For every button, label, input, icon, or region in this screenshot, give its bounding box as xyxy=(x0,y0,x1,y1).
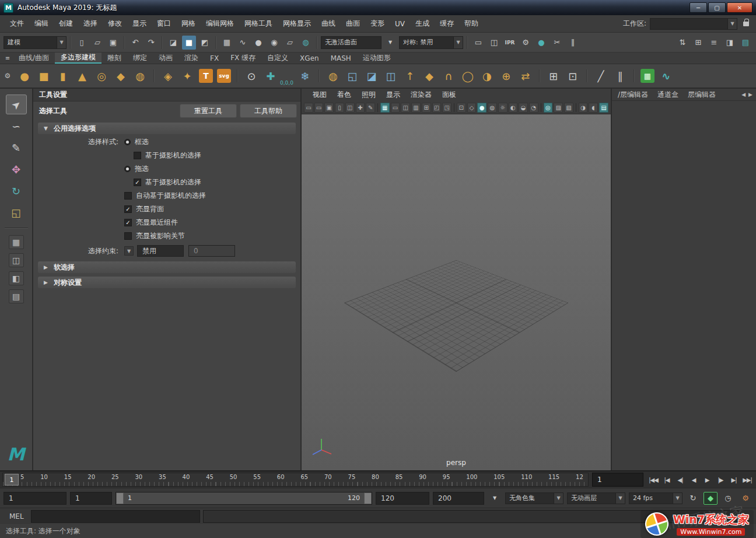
gate-mask-icon[interactable]: ▥ xyxy=(411,103,421,113)
menu-set-combo[interactable]: 建模▼ xyxy=(4,36,66,49)
maximize-button[interactable]: ▢ xyxy=(708,2,726,13)
motion-blur-icon[interactable]: ◔ xyxy=(529,103,538,113)
vp-menu-lighting[interactable]: 照明 xyxy=(356,90,381,100)
tab-scroll-right-icon[interactable]: ▶ xyxy=(748,92,752,97)
hypershade-icon[interactable]: ● xyxy=(534,36,548,50)
common-selection-section-header[interactable]: ▼ 公用选择选项 xyxy=(38,123,296,134)
select-hierarchy-icon[interactable]: ◪ xyxy=(166,36,180,50)
command-language-toggle[interactable]: MEL xyxy=(2,512,31,520)
bookmark-icon[interactable]: ▯ xyxy=(335,103,344,113)
wireframe-icon[interactable]: ◇ xyxy=(467,103,477,113)
boolean-intersect-icon[interactable]: ◫ xyxy=(383,68,398,84)
select-object-icon[interactable]: ■ xyxy=(182,36,196,50)
command-input[interactable] xyxy=(31,510,200,523)
gamma-icon[interactable]: ◖ xyxy=(589,103,598,113)
vp-menu-renderer[interactable]: 渲染器 xyxy=(405,90,437,100)
select-camera-icon[interactable]: ▭ xyxy=(304,103,313,113)
safe-action-icon[interactable]: ◰ xyxy=(432,103,442,113)
image-plane-icon[interactable]: ◫ xyxy=(345,103,355,113)
measure-tool-icon[interactable]: ⊙ xyxy=(244,68,259,84)
marquee-radio[interactable] xyxy=(124,139,131,145)
camera-based-drag-checkbox[interactable]: ✓ xyxy=(134,179,141,186)
frame-all-icon[interactable]: ⊡ xyxy=(457,103,466,113)
menu-curves[interactable]: 曲线 xyxy=(316,15,341,32)
step-forward-icon[interactable]: |▶ xyxy=(714,473,727,486)
current-frame-field[interactable]: 1 xyxy=(592,473,643,487)
menu-modify[interactable]: 修改 xyxy=(103,15,127,32)
nurbs-curve-icon[interactable]: ∿ xyxy=(659,68,674,84)
vp-menu-show[interactable]: 显示 xyxy=(381,90,405,100)
shelf-tab-rigging[interactable]: 绑定 xyxy=(127,53,153,64)
snap-point-icon[interactable]: ● xyxy=(251,36,265,50)
range-start-handle[interactable] xyxy=(116,492,124,504)
bridge-icon[interactable]: ∩ xyxy=(441,68,456,84)
new-scene-icon[interactable]: ▯ xyxy=(75,36,89,50)
edit-pivot-icon[interactable]: ⊡ xyxy=(565,68,580,84)
shelf-tab-poly-modeling[interactable]: 多边形建模 xyxy=(55,53,102,64)
constraint-value-field[interactable]: 禁用 xyxy=(137,245,184,257)
gear-icon[interactable]: ⚙ xyxy=(2,72,13,80)
layers-view-icon[interactable]: ▤ xyxy=(738,36,752,50)
safe-title-icon[interactable]: ◳ xyxy=(442,103,452,113)
time-slider[interactable]: 510 1520 2530 3540 4550 5560 6570 7580 8… xyxy=(2,473,589,487)
persp-outliner-layout-icon[interactable]: ◫ xyxy=(9,253,24,267)
exposure-icon[interactable]: ◑ xyxy=(579,103,588,113)
freeze-transform-icon[interactable]: ❄ xyxy=(298,68,313,84)
redo-icon[interactable]: ↷ xyxy=(144,36,158,50)
play-forwards-icon[interactable]: ▶ xyxy=(701,473,713,486)
super-shape-icon[interactable]: ✦ xyxy=(180,68,195,84)
chevron-down-icon[interactable]: ▼ xyxy=(488,492,502,505)
grid-toggle-icon[interactable]: ⊞ xyxy=(691,36,705,50)
lattice-icon[interactable]: ⊞ xyxy=(546,68,561,84)
lights-icon[interactable]: ☼ xyxy=(498,103,508,113)
menu-surfaces[interactable]: 曲面 xyxy=(341,15,365,32)
poly-cone-icon[interactable]: ▲ xyxy=(75,68,90,84)
menu-edit-mesh[interactable]: 编辑网格 xyxy=(201,15,239,32)
range-end-handle[interactable] xyxy=(364,492,372,504)
smooth-icon[interactable]: ◯ xyxy=(460,68,475,84)
view-transform-icon[interactable]: ▤ xyxy=(599,103,608,113)
shelf-tab-xgen[interactable]: XGen xyxy=(294,53,325,64)
tool-help-button[interactable]: 工具帮助 xyxy=(240,104,297,118)
viewport-canvas[interactable]: persp xyxy=(302,114,611,470)
poly-cylinder-icon[interactable]: ▮ xyxy=(55,68,71,84)
outliner-toggle-icon[interactable]: ⇅ xyxy=(676,36,690,50)
open-scene-icon[interactable]: ▱ xyxy=(90,36,104,50)
reset-tool-button[interactable]: 重置工具 xyxy=(180,104,237,118)
poly-torus-icon[interactable]: ◎ xyxy=(94,68,109,84)
persp-graph-layout-icon[interactable]: ◧ xyxy=(9,271,24,285)
four-view-layout-icon[interactable]: ▦ xyxy=(9,235,24,249)
camera-based-marquee-checkbox[interactable] xyxy=(134,152,141,159)
menu-generate[interactable]: 生成 xyxy=(410,15,435,32)
scale-tool-icon[interactable]: ◱ xyxy=(6,202,27,222)
minimize-button[interactable]: ─ xyxy=(690,2,707,13)
resolution-gate-icon[interactable]: ◫ xyxy=(401,103,410,113)
outliner-panel-icon[interactable]: ▤ xyxy=(9,289,24,303)
playback-end-field[interactable]: 120 xyxy=(376,492,429,505)
menu-mesh-tools[interactable]: 网格工具 xyxy=(239,15,278,32)
poly-sphere-icon[interactable]: ● xyxy=(17,68,32,84)
animation-preferences-icon[interactable]: ⚙ xyxy=(738,492,752,505)
undo-icon[interactable]: ↶ xyxy=(128,36,142,50)
xray-joints-icon[interactable]: ▧ xyxy=(564,103,573,113)
rp-tab-layer-editor[interactable]: 层编辑器 xyxy=(683,90,720,100)
animation-start-field[interactable]: 1 xyxy=(4,492,66,505)
render-settings-icon[interactable]: ⚙ xyxy=(519,36,533,50)
step-back-icon[interactable]: ◀| xyxy=(674,473,687,486)
insert-edge-loop-icon[interactable]: ∥ xyxy=(612,68,628,84)
xray-icon[interactable]: ▨ xyxy=(554,103,563,113)
clock-icon[interactable]: ◷ xyxy=(721,492,735,505)
menu-display[interactable]: 显示 xyxy=(127,15,152,32)
rp-tab-channel-box[interactable]: 通道盒 xyxy=(653,90,683,100)
highlight-backfaces-checkbox[interactable]: ✓ xyxy=(124,205,132,213)
character-set-combo[interactable]: 无角色集▼ xyxy=(505,492,564,504)
poly-cube-icon[interactable]: ■ xyxy=(36,68,51,84)
combine-icon[interactable]: ◍ xyxy=(326,68,341,84)
pause-viewport-icon[interactable]: ‖ xyxy=(566,36,580,50)
select-tool-icon[interactable]: ➤ xyxy=(6,95,27,114)
vp-menu-panels[interactable]: 面板 xyxy=(437,90,461,100)
pan-zoom-icon[interactable]: ✚ xyxy=(356,103,365,113)
rp-tab-layer-editor-clipped[interactable]: /层编辑器 xyxy=(613,90,653,100)
symmetry-combo[interactable]: 对称: 禁用▼ xyxy=(399,36,463,49)
shelf-tab-mash[interactable]: MASH xyxy=(325,53,357,64)
